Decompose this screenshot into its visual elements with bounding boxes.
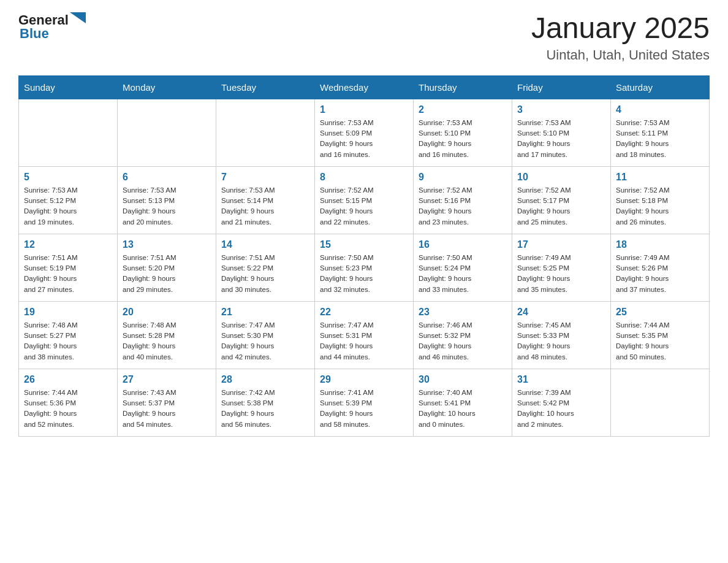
- calendar-subtitle: Uintah, Utah, United States: [531, 47, 710, 63]
- day-info: Sunrise: 7:41 AM Sunset: 5:39 PM Dayligh…: [320, 388, 408, 430]
- day-info: Sunrise: 7:40 AM Sunset: 5:41 PM Dayligh…: [419, 388, 507, 430]
- week-row-5: 26Sunrise: 7:44 AM Sunset: 5:36 PM Dayli…: [19, 369, 710, 436]
- day-number: 12: [24, 239, 112, 250]
- day-info: Sunrise: 7:53 AM Sunset: 5:13 PM Dayligh…: [123, 185, 211, 228]
- day-info: Sunrise: 7:45 AM Sunset: 5:33 PM Dayligh…: [517, 320, 605, 362]
- calendar-cell: 13Sunrise: 7:51 AM Sunset: 5:20 PM Dayli…: [118, 234, 216, 301]
- calendar-cell: 26Sunrise: 7:44 AM Sunset: 5:36 PM Dayli…: [19, 369, 118, 436]
- calendar-cell: 10Sunrise: 7:52 AM Sunset: 5:17 PM Dayli…: [512, 166, 611, 234]
- day-info: Sunrise: 7:42 AM Sunset: 5:38 PM Dayligh…: [221, 388, 309, 430]
- calendar-cell: 14Sunrise: 7:51 AM Sunset: 5:22 PM Dayli…: [216, 234, 315, 301]
- calendar-cell: 28Sunrise: 7:42 AM Sunset: 5:38 PM Dayli…: [216, 369, 315, 436]
- calendar-cell: 1Sunrise: 7:53 AM Sunset: 5:09 PM Daylig…: [315, 99, 414, 166]
- logo: General Blue: [18, 12, 86, 42]
- calendar-cell: 16Sunrise: 7:50 AM Sunset: 5:24 PM Dayli…: [414, 234, 512, 301]
- calendar-cell: 21Sunrise: 7:47 AM Sunset: 5:30 PM Dayli…: [216, 301, 315, 369]
- day-info: Sunrise: 7:46 AM Sunset: 5:32 PM Dayligh…: [419, 320, 507, 362]
- day-number: 28: [221, 374, 309, 385]
- day-info: Sunrise: 7:53 AM Sunset: 5:10 PM Dayligh…: [517, 118, 605, 160]
- day-number: 14: [221, 239, 309, 250]
- weekday-header-tuesday: Tuesday: [216, 75, 315, 99]
- day-number: 20: [123, 307, 211, 318]
- calendar-cell: 8Sunrise: 7:52 AM Sunset: 5:15 PM Daylig…: [315, 166, 414, 234]
- logo-blue: Blue: [20, 26, 49, 42]
- calendar-cell: 9Sunrise: 7:52 AM Sunset: 5:16 PM Daylig…: [414, 166, 512, 234]
- day-info: Sunrise: 7:51 AM Sunset: 5:22 PM Dayligh…: [221, 253, 309, 295]
- day-number: 23: [419, 307, 507, 318]
- week-row-2: 5Sunrise: 7:53 AM Sunset: 5:12 PM Daylig…: [19, 166, 710, 234]
- day-info: Sunrise: 7:51 AM Sunset: 5:20 PM Dayligh…: [123, 253, 211, 295]
- calendar-cell: 24Sunrise: 7:45 AM Sunset: 5:33 PM Dayli…: [512, 301, 611, 369]
- calendar-cell: 31Sunrise: 7:39 AM Sunset: 5:42 PM Dayli…: [512, 369, 611, 436]
- day-info: Sunrise: 7:53 AM Sunset: 5:12 PM Dayligh…: [24, 185, 112, 228]
- calendar-cell: 29Sunrise: 7:41 AM Sunset: 5:39 PM Dayli…: [315, 369, 414, 436]
- calendar-cell: [118, 99, 216, 166]
- calendar-cell: 3Sunrise: 7:53 AM Sunset: 5:10 PM Daylig…: [512, 99, 611, 166]
- day-number: 18: [616, 239, 704, 250]
- calendar-cell: 25Sunrise: 7:44 AM Sunset: 5:35 PM Dayli…: [611, 301, 710, 369]
- title-block: January 2025 Uintah, Utah, United States: [531, 12, 710, 63]
- calendar-cell: 20Sunrise: 7:48 AM Sunset: 5:28 PM Dayli…: [118, 301, 216, 369]
- calendar-cell: 18Sunrise: 7:49 AM Sunset: 5:26 PM Dayli…: [611, 234, 710, 301]
- day-info: Sunrise: 7:49 AM Sunset: 5:25 PM Dayligh…: [517, 253, 605, 295]
- day-info: Sunrise: 7:49 AM Sunset: 5:26 PM Dayligh…: [616, 253, 704, 295]
- calendar-cell: 23Sunrise: 7:46 AM Sunset: 5:32 PM Dayli…: [414, 301, 512, 369]
- calendar-cell: 6Sunrise: 7:53 AM Sunset: 5:13 PM Daylig…: [118, 166, 216, 234]
- day-number: 7: [221, 172, 309, 183]
- calendar-cell: 30Sunrise: 7:40 AM Sunset: 5:41 PM Dayli…: [414, 369, 512, 436]
- calendar-cell: [611, 369, 710, 436]
- week-row-4: 19Sunrise: 7:48 AM Sunset: 5:27 PM Dayli…: [19, 301, 710, 369]
- weekday-header-sunday: Sunday: [19, 75, 118, 99]
- day-info: Sunrise: 7:50 AM Sunset: 5:24 PM Dayligh…: [419, 253, 507, 295]
- day-info: Sunrise: 7:52 AM Sunset: 5:16 PM Dayligh…: [419, 185, 507, 228]
- weekday-header-monday: Monday: [118, 75, 216, 99]
- day-info: Sunrise: 7:44 AM Sunset: 5:35 PM Dayligh…: [616, 320, 704, 362]
- weekday-header-friday: Friday: [512, 75, 611, 99]
- day-number: 3: [517, 104, 605, 115]
- weekday-header-saturday: Saturday: [611, 75, 710, 99]
- svg-marker-0: [70, 12, 86, 23]
- day-number: 19: [24, 307, 112, 318]
- calendar-title: January 2025: [531, 12, 710, 45]
- day-info: Sunrise: 7:53 AM Sunset: 5:10 PM Dayligh…: [419, 118, 507, 160]
- day-number: 13: [123, 239, 211, 250]
- day-number: 17: [517, 239, 605, 250]
- calendar-cell: 4Sunrise: 7:53 AM Sunset: 5:11 PM Daylig…: [611, 99, 710, 166]
- day-info: Sunrise: 7:50 AM Sunset: 5:23 PM Dayligh…: [320, 253, 408, 295]
- calendar-cell: 5Sunrise: 7:53 AM Sunset: 5:12 PM Daylig…: [19, 166, 118, 234]
- calendar-cell: 17Sunrise: 7:49 AM Sunset: 5:25 PM Dayli…: [512, 234, 611, 301]
- day-number: 31: [517, 374, 605, 385]
- day-number: 30: [419, 374, 507, 385]
- day-info: Sunrise: 7:48 AM Sunset: 5:28 PM Dayligh…: [123, 320, 211, 362]
- day-info: Sunrise: 7:51 AM Sunset: 5:19 PM Dayligh…: [24, 253, 112, 295]
- day-number: 24: [517, 307, 605, 318]
- page-header: General Blue January 2025 Uintah, Utah, …: [18, 12, 710, 63]
- day-info: Sunrise: 7:53 AM Sunset: 5:11 PM Dayligh…: [616, 118, 704, 160]
- week-row-3: 12Sunrise: 7:51 AM Sunset: 5:19 PM Dayli…: [19, 234, 710, 301]
- weekday-header-wednesday: Wednesday: [315, 75, 414, 99]
- day-number: 10: [517, 172, 605, 183]
- day-info: Sunrise: 7:52 AM Sunset: 5:18 PM Dayligh…: [616, 185, 704, 228]
- day-info: Sunrise: 7:53 AM Sunset: 5:14 PM Dayligh…: [221, 185, 309, 228]
- day-info: Sunrise: 7:39 AM Sunset: 5:42 PM Dayligh…: [517, 388, 605, 430]
- day-info: Sunrise: 7:48 AM Sunset: 5:27 PM Dayligh…: [24, 320, 112, 362]
- calendar-cell: 7Sunrise: 7:53 AM Sunset: 5:14 PM Daylig…: [216, 166, 315, 234]
- day-number: 21: [221, 307, 309, 318]
- calendar-cell: 11Sunrise: 7:52 AM Sunset: 5:18 PM Dayli…: [611, 166, 710, 234]
- day-number: 6: [123, 172, 211, 183]
- day-number: 16: [419, 239, 507, 250]
- calendar-cell: 15Sunrise: 7:50 AM Sunset: 5:23 PM Dayli…: [315, 234, 414, 301]
- day-info: Sunrise: 7:52 AM Sunset: 5:17 PM Dayligh…: [517, 185, 605, 228]
- calendar-cell: 22Sunrise: 7:47 AM Sunset: 5:31 PM Dayli…: [315, 301, 414, 369]
- day-number: 15: [320, 239, 408, 250]
- calendar-cell: 27Sunrise: 7:43 AM Sunset: 5:37 PM Dayli…: [118, 369, 216, 436]
- day-info: Sunrise: 7:52 AM Sunset: 5:15 PM Dayligh…: [320, 185, 408, 228]
- day-number: 9: [419, 172, 507, 183]
- day-number: 22: [320, 307, 408, 318]
- day-number: 26: [24, 374, 112, 385]
- week-row-1: 1Sunrise: 7:53 AM Sunset: 5:09 PM Daylig…: [19, 99, 710, 166]
- day-number: 1: [320, 104, 408, 115]
- day-info: Sunrise: 7:44 AM Sunset: 5:36 PM Dayligh…: [24, 388, 112, 430]
- weekday-header-thursday: Thursday: [414, 75, 512, 99]
- calendar-cell: [216, 99, 315, 166]
